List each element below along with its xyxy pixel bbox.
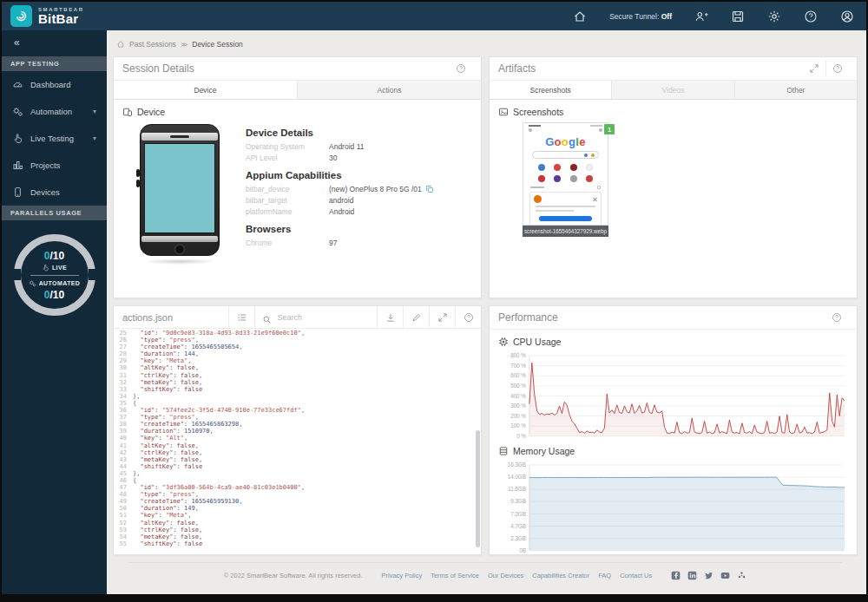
automated-usage-count: 0/10	[44, 289, 64, 301]
footer-link-our-devices[interactable]: Our Devices	[488, 572, 523, 579]
detail-value: android	[329, 196, 353, 205]
tab-other[interactable]: Other	[735, 81, 857, 99]
line-number: 46	[114, 477, 133, 484]
svg-text:700 %: 700 %	[510, 363, 526, 369]
linkedin-icon[interactable]	[687, 571, 697, 580]
facebook-icon[interactable]	[671, 571, 681, 580]
svg-text:100 %: 100 %	[510, 422, 526, 429]
cpu-chart-plot: 800 %700 %600 %500 %400 %300 %200 %100 %…	[498, 352, 848, 442]
community-icon[interactable]	[737, 571, 746, 580]
home-breadcrumb-icon[interactable]	[116, 40, 125, 49]
code-help-icon[interactable]	[455, 306, 481, 329]
device-pair-icon	[122, 107, 133, 117]
code-editor[interactable]: 25 "id": "9d0c9e83-318a-4d93-8d33-21e9f6…	[114, 329, 481, 554]
detail-label: bitbar_device	[246, 185, 329, 193]
detail-row: bitbar_device(new) OnePlus 8 Pro 5G /01	[246, 185, 469, 193]
footer-link-contact-us[interactable]: Contact Us	[620, 572, 652, 579]
footer-link-privacy-policy[interactable]: Privacy Policy	[381, 572, 422, 579]
projects-icon	[12, 160, 23, 171]
detail-value: Android 11	[329, 142, 364, 151]
tab-videos[interactable]: Videos	[612, 81, 734, 99]
line-number: 28	[114, 350, 133, 357]
sidebar-section-app-testing: APP TESTING	[2, 56, 107, 71]
list-view-icon[interactable]	[228, 306, 254, 329]
footer-link-faq[interactable]: FAQ	[598, 572, 611, 579]
performance-help-icon[interactable]	[825, 310, 848, 325]
twitter-icon[interactable]	[704, 571, 713, 580]
svg-text:14.0GB: 14.0GB	[508, 474, 526, 480]
line-number: 53	[114, 527, 133, 533]
sidebar-item-live-testing[interactable]: Live Testing▾	[2, 125, 107, 152]
cpu-usage-chart: CPU Usage 800 %700 %600 %500 %400 %300 %…	[498, 337, 848, 442]
session-details-panel: Session Details DeviceActions Device	[113, 56, 482, 298]
breadcrumb-device-session: Device Session	[192, 40, 243, 49]
code-scrollbar[interactable]	[476, 430, 480, 547]
section-title: Device Details	[246, 128, 469, 138]
screenshot-thumbnail[interactable]: Google 1 screenshot-1655464327929.web	[523, 122, 608, 237]
code-line: 41 "altKey": false,	[114, 442, 481, 449]
shortcut-grid	[534, 164, 597, 182]
sidebar-item-label: Devices	[30, 187, 60, 197]
sidebar-item-projects[interactable]: Projects	[2, 152, 107, 179]
add-user-icon[interactable]	[694, 10, 708, 23]
cpu-usage-heading: CPU Usage	[498, 337, 848, 347]
line-number: 48	[114, 491, 133, 498]
footer-link-capabilities-creator[interactable]: Capabilities Creator	[532, 572, 589, 579]
cpu-icon	[498, 337, 509, 347]
line-number: 33	[114, 386, 133, 393]
sidebar: « APP TESTING DashboardAutomation▾Live T…	[2, 30, 107, 596]
sidebar-item-dashboard[interactable]: Dashboard	[2, 71, 107, 98]
close-icon	[593, 197, 597, 201]
tab-actions[interactable]: Actions	[298, 81, 481, 99]
save-icon[interactable]	[731, 10, 745, 23]
sidebar-section-parallels-usage: PARALLELS USAGE	[2, 206, 107, 220]
code-expand-icon[interactable]	[429, 306, 455, 329]
detail-row: Operating SystemAndroid 11	[246, 142, 469, 151]
code-line: 45},	[114, 470, 481, 477]
code-line: 29 "key": "Meta",	[114, 357, 481, 364]
home-icon[interactable]	[573, 10, 587, 23]
artifacts-expand-icon[interactable]	[803, 61, 825, 76]
tab-device[interactable]: Device	[114, 81, 298, 99]
edit-icon[interactable]	[403, 306, 429, 329]
tab-screenshots[interactable]: Screenshots	[490, 81, 612, 99]
shortcut-dot	[554, 175, 561, 182]
footer: © 2022 SmartBear Software. All rights re…	[128, 562, 842, 580]
account-icon[interactable]	[840, 10, 854, 23]
code-line: 32 "metaKey": false,	[114, 379, 481, 386]
performance-panel: Performance CPU Usage 800 %700 %600 %500…	[489, 305, 858, 555]
sidebar-collapse-button[interactable]: «	[2, 30, 107, 56]
sidebar-item-automation[interactable]: Automation▾	[2, 98, 107, 125]
breadcrumb-past-sessions[interactable]: Past Sessions	[129, 40, 176, 49]
search-input[interactable]	[277, 313, 370, 322]
footer-link-terms-of-service[interactable]: Terms of Service	[431, 572, 479, 579]
screenshots-icon	[498, 107, 509, 117]
footer-social	[671, 571, 746, 580]
parallels-usage-gauge: 0/10 LIVE AUTOMATED 0/10	[14, 234, 95, 316]
code-line: 33 "shiftKey": false	[114, 386, 481, 393]
brand-logo[interactable]: SMARTBEAR BitBar	[10, 5, 84, 27]
memory-icon	[498, 446, 509, 456]
session-help-icon[interactable]	[450, 61, 472, 76]
help-icon[interactable]	[804, 10, 818, 23]
artifacts-help-icon[interactable]	[825, 61, 848, 76]
download-icon[interactable]	[377, 306, 403, 329]
line-number: 35	[114, 400, 133, 407]
copy-icon[interactable]	[425, 185, 434, 193]
shortcut-dot	[554, 164, 561, 171]
youtube-icon[interactable]	[720, 571, 730, 580]
gauge-divider	[30, 275, 79, 276]
shortcut-dot	[586, 164, 593, 171]
gear-icon[interactable]	[767, 10, 781, 23]
secure-tunnel-status[interactable]: Secure Tunnel: Off	[609, 12, 672, 21]
line-number: 38	[114, 421, 133, 428]
svg-text:800 %: 800 %	[510, 352, 526, 358]
sidebar-item-devices[interactable]: Devices	[2, 179, 107, 206]
svg-text:0B: 0B	[519, 547, 526, 553]
code-line: 38 "createTime": 1655465863298,	[114, 421, 481, 428]
code-line: 37 "type": "press",	[114, 414, 481, 421]
code-line: 40 "key": "Alt",	[114, 435, 481, 442]
detail-label: Chrome	[246, 239, 329, 247]
search-icon	[262, 312, 272, 322]
code-line: 52 "altKey": false,	[114, 520, 481, 527]
